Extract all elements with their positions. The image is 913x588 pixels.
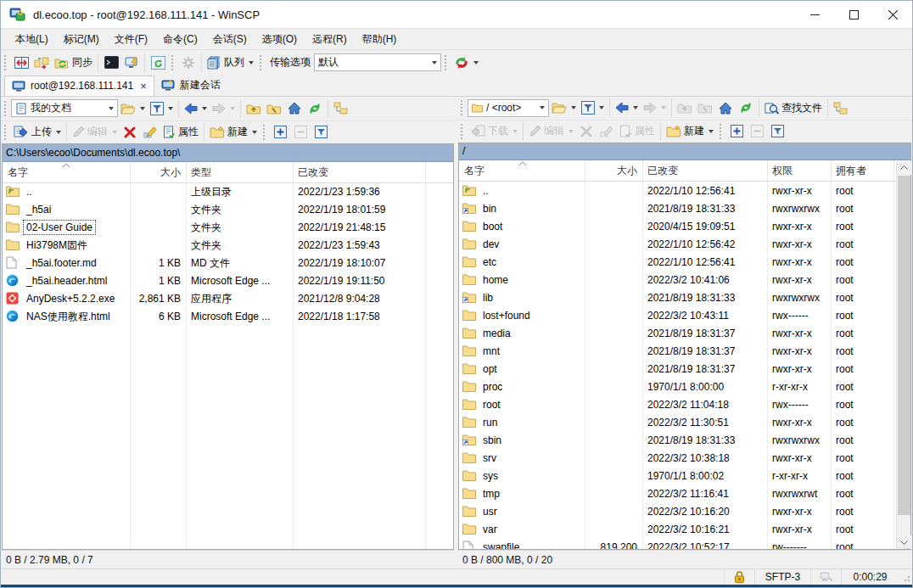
- close-button[interactable]: [873, 1, 912, 28]
- find-files-button[interactable]: 查找文件: [762, 98, 825, 118]
- menu-item[interactable]: 选项(O): [255, 29, 305, 50]
- file-row-_h5ai.header.html[interactable]: _h5ai.header.html1 KBMicrosoft Edge ...2…: [3, 272, 453, 290]
- local-forward-dropdown-icon[interactable]: [230, 107, 235, 110]
- file-row-02-User Guide[interactable]: 02-User Guide文件夹2022/1/19 21:48:15: [3, 219, 453, 237]
- menu-item[interactable]: 命令(C): [155, 29, 205, 50]
- file-row-mnt[interactable]: mnt2021/8/19 18:31:37rwxr-xr-xroot: [459, 342, 910, 360]
- local-filter-dropdown-icon[interactable]: [168, 107, 173, 110]
- local-column-size[interactable]: 大小: [130, 162, 186, 183]
- file-row-etc[interactable]: etc2022/1/10 12:56:41rwxr-xr-xroot: [459, 253, 910, 271]
- local-refresh-button[interactable]: [305, 98, 325, 119]
- file-row-root[interactable]: root2022/3/2 11:04:18rwx------root: [459, 395, 910, 413]
- resize-grip[interactable]: [900, 572, 910, 582]
- remote-edit-button[interactable]: 编辑: [526, 121, 576, 142]
- file-row-AnyDesk+5.2.2.exe[interactable]: AnyDesk+5.2.2.exe2,861 KB应用程序2021/12/8 9…: [3, 290, 453, 308]
- remote-filter-dropdown-icon[interactable]: [599, 106, 604, 109]
- menu-item[interactable]: 本地(L): [8, 29, 56, 50]
- remote-root-directory-button[interactable]: [695, 98, 715, 118]
- local-open-directory-button[interactable]: [118, 98, 148, 119]
- session-tab[interactable]: root@192.168.111.141 ×: [4, 76, 154, 96]
- local-delete-button[interactable]: [120, 122, 140, 143]
- remote-open-directory-button[interactable]: [549, 98, 579, 118]
- file-row-dev[interactable]: dev2022/1/10 12:56:42rwxr-xr-xroot: [459, 235, 910, 253]
- file-row-Hi3798M固件[interactable]: Hi3798M固件文件夹2022/1/23 1:59:43: [3, 237, 453, 255]
- file-row-media[interactable]: media2021/8/19 18:31:37rwxr-xr-xroot: [459, 324, 910, 342]
- session-tab-close-icon[interactable]: ×: [140, 80, 147, 92]
- menu-item[interactable]: 帮助(H): [355, 29, 405, 50]
- local-new-button[interactable]: 新建: [207, 122, 260, 143]
- upload-button[interactable]: 上传: [11, 122, 64, 143]
- remote-selection-filter-button[interactable]: [767, 121, 787, 142]
- toggle-panels-button[interactable]: [11, 53, 31, 73]
- sync-settings-button[interactable]: [451, 53, 481, 73]
- connection-status-segment[interactable]: [810, 569, 841, 585]
- remote-vertical-scrollbar[interactable]: [896, 161, 910, 549]
- remote-forward-button[interactable]: [641, 98, 669, 118]
- remote-column-owner[interactable]: 拥有者: [831, 160, 893, 182]
- file-row-bin[interactable]: bin2021/8/19 18:31:33rwxrwxrwxroot: [459, 199, 910, 217]
- file-row-proc[interactable]: proc1970/1/1 8:00:00r-xr-xr-xroot: [459, 378, 910, 395]
- local-filter-button[interactable]: [148, 98, 176, 119]
- upload-dropdown-icon[interactable]: [56, 131, 61, 134]
- download-button[interactable]: 下载: [468, 121, 520, 142]
- remote-select-remove-button[interactable]: [747, 121, 767, 142]
- local-home-button[interactable]: [284, 98, 305, 119]
- file-row-lib[interactable]: lib2021/8/19 18:31:33rwxrwxrwxroot: [459, 288, 910, 306]
- download-dropdown-icon[interactable]: [513, 130, 518, 133]
- remote-new-button[interactable]: 新建: [664, 121, 716, 142]
- file-row-srv[interactable]: srv2022/3/2 10:38:18rwxr-xr-xroot: [459, 449, 910, 467]
- file-row-swapfile[interactable]: swapfile819,2002022/3/2 10:52:17rw------…: [459, 538, 910, 549]
- remote-tree-toggle-button[interactable]: [831, 98, 851, 118]
- remote-open-directory-dropdown-icon[interactable]: [571, 106, 576, 109]
- file-row-sys[interactable]: sys1970/1/1 8:00:02r-xr-xr-xroot: [459, 467, 910, 484]
- file-row-..[interactable]: ..上级目录2022/1/23 1:59:36: [3, 183, 453, 201]
- remote-path-bar[interactable]: /: [459, 143, 910, 161]
- file-row-run[interactable]: run2022/3/2 11:30:51rwxr-xr-xroot: [459, 413, 910, 431]
- scroll-up-icon[interactable]: [897, 161, 911, 175]
- file-row-home[interactable]: home2022/3/2 10:41:06rwxr-xr-xroot: [459, 271, 910, 288]
- scrollbar-thumb[interactable]: [898, 176, 910, 515]
- file-row-NAS使用教程.html[interactable]: NAS使用教程.html6 KBMicrosoft Edge ...2022/1…: [3, 308, 453, 326]
- file-row-lost+found[interactable]: lost+found2022/3/2 10:43:11rwx------root: [459, 306, 910, 324]
- remote-home-button[interactable]: [715, 98, 736, 118]
- local-selection-filter-button[interactable]: [311, 122, 331, 143]
- file-row-var[interactable]: var2022/3/2 10:16:21rwxr-xr-xroot: [459, 520, 910, 538]
- remote-edit-dropdown-icon[interactable]: [569, 130, 574, 133]
- remote-rename-button[interactable]: [597, 121, 617, 142]
- menu-item[interactable]: 远程(R): [305, 29, 355, 50]
- local-root-directory-button[interactable]: [264, 98, 284, 119]
- remote-filter-button[interactable]: [579, 98, 607, 118]
- local-edit-button[interactable]: 编辑: [70, 122, 120, 143]
- remote-select-add-button[interactable]: [726, 121, 747, 142]
- synchronize-browsing-button[interactable]: [31, 53, 52, 73]
- local-select-add-button[interactable]: [270, 122, 290, 143]
- remote-drive-combo[interactable]: / <root>: [468, 99, 549, 117]
- remote-column-size[interactable]: 大小: [585, 160, 642, 182]
- remote-delete-button[interactable]: [576, 121, 597, 142]
- file-row-boot[interactable]: boot2020/4/15 19:09:51rwxr-xr-xroot: [459, 217, 910, 235]
- remote-new-dropdown-icon[interactable]: [709, 130, 714, 133]
- local-column-changed[interactable]: 已改变: [293, 162, 425, 183]
- remote-column-changed[interactable]: 已改变: [642, 160, 767, 182]
- file-row-usr[interactable]: usr2022/3/2 10:16:20rwxr-xr-xroot: [459, 502, 910, 520]
- sync-settings-dropdown-icon[interactable]: [473, 61, 479, 64]
- local-edit-dropdown-icon[interactable]: [112, 131, 117, 134]
- queue-button[interactable]: 队列: [204, 53, 256, 73]
- local-select-remove-button[interactable]: [290, 122, 311, 143]
- local-tree-toggle-button[interactable]: [331, 98, 351, 119]
- local-rename-button[interactable]: [140, 122, 160, 143]
- file-row-_h5ai[interactable]: _h5ai文件夹2022/1/19 18:01:59: [3, 201, 453, 219]
- maximize-button[interactable]: [834, 1, 873, 28]
- menu-item[interactable]: 标记(M): [56, 29, 107, 50]
- remote-refresh-button[interactable]: [736, 98, 756, 118]
- synchronize-button[interactable]: 同步: [52, 53, 95, 73]
- open-putty-button[interactable]: [121, 53, 142, 73]
- transfer-settings-combo[interactable]: 默认: [314, 53, 441, 71]
- queue-dropdown-icon[interactable]: [249, 61, 254, 64]
- open-console-button[interactable]: [101, 53, 121, 73]
- local-column-type[interactable]: 类型: [186, 162, 293, 183]
- local-back-button[interactable]: [182, 98, 210, 119]
- local-forward-button[interactable]: [210, 98, 238, 119]
- remote-column-permissions[interactable]: 权限: [767, 160, 831, 182]
- encryption-lock-segment[interactable]: [724, 569, 754, 585]
